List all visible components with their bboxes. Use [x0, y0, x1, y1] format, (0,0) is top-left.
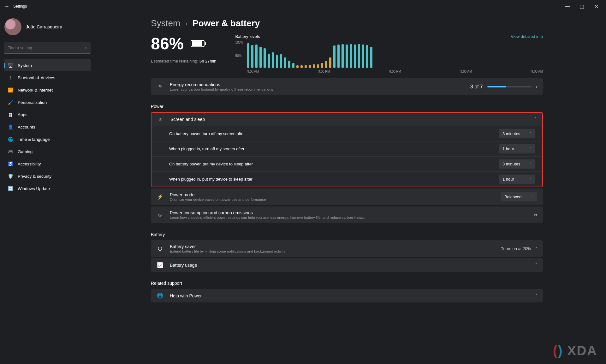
duration-dropdown[interactable]: 3 minutes ˅: [499, 129, 535, 138]
battery-usage-card[interactable]: 📈 Battery usage ˅: [151, 258, 543, 272]
section-battery: Battery: [151, 232, 543, 237]
nav-item-gaming[interactable]: 🎮Gaming: [4, 146, 91, 158]
setting-label: When plugged in, put my device to sleep …: [169, 177, 499, 182]
chart-bar: [309, 65, 311, 68]
saver-title: Battery saver: [170, 244, 495, 249]
setting-label: When plugged in, turn off my screen afte…: [169, 146, 499, 151]
chart-bar: [362, 45, 364, 68]
duration-value: 1 hour: [502, 177, 514, 182]
chart-bar: [366, 45, 368, 68]
nav-label: Network & internet: [18, 88, 53, 92]
chevron-down-icon: ˅: [532, 195, 533, 199]
chart-bar: [247, 43, 249, 68]
chart-bar: [329, 57, 331, 68]
chart-xlabel: 9:00 AM: [531, 70, 543, 73]
profile-block[interactable]: João Carrasqueira: [4, 18, 91, 35]
leaf-icon: ⚘: [157, 84, 163, 90]
nav-icon: 🌐: [8, 136, 13, 142]
nav-item-network-internet[interactable]: 📶Network & internet: [4, 84, 91, 96]
nav-label: Apps: [18, 112, 27, 117]
nav-label: Accounts: [18, 125, 35, 129]
screen-sleep-row: When plugged in, put my device to sleep …: [152, 171, 542, 187]
chart-bar: [337, 45, 340, 68]
nav-label: Accessibility: [18, 162, 41, 166]
screen-sleep-header[interactable]: ⎚ Screen and sleep ˄: [152, 113, 542, 126]
duration-dropdown[interactable]: 1 hour ˅: [499, 175, 535, 184]
chart-bar: [272, 52, 274, 68]
section-power: Power: [151, 104, 543, 109]
chart-bar: [342, 44, 344, 68]
chart-bar: [350, 44, 352, 68]
energy-progress: [487, 86, 532, 87]
nav-icon: ▦: [8, 112, 13, 117]
power-mode-title: Power mode: [170, 192, 494, 197]
screen-sleep-title: Screen and sleep: [170, 117, 528, 122]
help-card[interactable]: 🌐 Help with Power ˄: [151, 289, 543, 302]
chart-bar: [305, 65, 307, 68]
chevron-down-icon: ˅: [535, 263, 537, 267]
nav-item-accessibility[interactable]: ♿Accessibility: [4, 158, 91, 170]
carbon-card[interactable]: ⎋ Power consumption and carbon emissions…: [151, 206, 543, 223]
breadcrumb-parent[interactable]: System: [151, 18, 180, 28]
nav-label: Time & language: [18, 137, 50, 142]
chart-bar: [358, 44, 360, 68]
chart-bar: [313, 64, 315, 68]
nav-item-personalization[interactable]: 🖌️Personalization: [4, 96, 91, 108]
setting-label: On battery power, put my device to sleep…: [169, 162, 499, 166]
search-box: ⌕: [4, 42, 91, 54]
energy-recommendations-card[interactable]: ⚘ Energy recommendations Lower your carb…: [151, 78, 543, 95]
nav-item-apps[interactable]: ▦Apps: [4, 109, 91, 121]
nav-icon: ♿: [8, 161, 13, 167]
battery-saver-card[interactable]: ⏻ Battery saver Extend battery life by l…: [151, 240, 543, 257]
chevron-right-icon: ›: [536, 85, 537, 89]
screen-icon: ⎚: [157, 116, 164, 122]
chart-bar: [317, 64, 319, 68]
avatar: [4, 18, 21, 35]
chart-bar: [284, 57, 286, 68]
search-input[interactable]: [4, 42, 91, 54]
nav-item-bluetooth-devices[interactable]: ᛒBluetooth & devices: [4, 72, 91, 84]
chart-bar: [321, 63, 323, 68]
nav-label: Privacy & security: [18, 174, 51, 179]
nav-item-privacy-security[interactable]: 🛡️Privacy & security: [4, 170, 91, 182]
nav-label: Gaming: [18, 149, 33, 154]
chart-bar: [325, 61, 327, 68]
chart-bar: [276, 55, 278, 68]
maximize-button[interactable]: ▢: [574, 1, 589, 11]
chart-xlabel: 3:00 PM: [318, 70, 330, 73]
setting-label: On battery power, turn off my screen aft…: [169, 131, 499, 136]
nav-label: Windows Update: [18, 186, 50, 191]
carbon-sub: Learn how choosing efficient power setti…: [170, 216, 528, 219]
nav-icon: 👤: [8, 124, 13, 130]
close-button[interactable]: ✕: [589, 1, 603, 11]
duration-value: 3 minutes: [502, 162, 520, 166]
duration-dropdown[interactable]: 3 minutes ˅: [499, 159, 535, 169]
chart-bar: [296, 65, 299, 68]
battery-percent-block: 86% Estimated time remaining: 6h 27min: [151, 34, 216, 73]
nav-icon: 🖥️: [8, 63, 13, 68]
back-button[interactable]: ←: [3, 3, 11, 9]
nav-icon: 🛡️: [8, 173, 13, 179]
power-mode-icon: ⚡: [157, 194, 163, 200]
minimize-button[interactable]: —: [560, 1, 574, 11]
view-detailed-link[interactable]: View detailed info: [511, 34, 543, 39]
chart-bar: [292, 63, 294, 68]
power-mode-card[interactable]: ⚡ Power mode Optimize your device based …: [151, 188, 543, 205]
nav-icon: 📶: [8, 87, 13, 93]
screen-sleep-group-highlighted: ⎚ Screen and sleep ˄ On battery power, t…: [151, 112, 543, 187]
chevron-down-icon: ˅: [530, 132, 532, 135]
duration-dropdown[interactable]: 1 hour ˅: [499, 144, 535, 153]
nav-item-accounts[interactable]: 👤Accounts: [4, 121, 91, 133]
chart-bar: [264, 48, 266, 68]
energy-title: Energy recommendations: [170, 82, 464, 87]
nav-item-windows-update[interactable]: 🔄Windows Update: [4, 182, 91, 194]
saver-right: Turns on at 20%: [501, 246, 531, 251]
nav-item-system[interactable]: 🖥️System: [4, 59, 91, 71]
nav-icon: 🎮: [8, 149, 13, 154]
nav-item-time-language[interactable]: 🌐Time & language: [4, 133, 91, 145]
external-link-icon: ⧉: [534, 213, 537, 217]
battery-chart: Battery levels View detailed info 100% 5…: [235, 34, 543, 73]
power-mode-dropdown[interactable]: Balanced ˅: [501, 192, 537, 201]
section-related: Related support: [151, 281, 543, 286]
chart-xlabel: 9:00 AM: [247, 70, 259, 73]
